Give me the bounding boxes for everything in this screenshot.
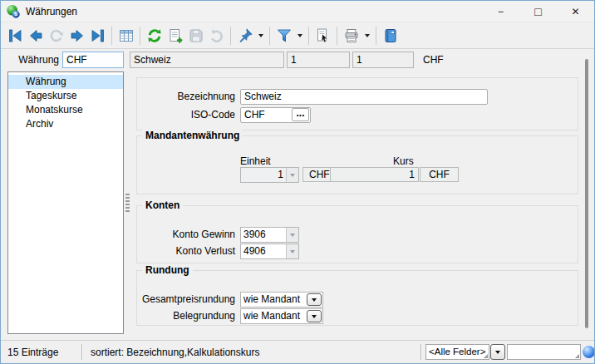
undo-icon (209, 27, 225, 44)
resize-grip-icon (575, 354, 579, 358)
nav-last-icon (90, 27, 106, 44)
main-body: Währung Tageskurse Monatskurse Archiv Be… (1, 71, 594, 342)
nav-history-icon (48, 27, 65, 44)
nav-history-button (46, 25, 66, 47)
konto-verlust-label: Konto Verlust (137, 243, 235, 258)
search-go-icon[interactable] (583, 346, 595, 358)
minimize-button[interactable]: − (482, 1, 519, 22)
kurs-value-field: 1 (330, 167, 419, 182)
field-filter-combo[interactable]: <Alle Felder> (425, 344, 489, 360)
gesamtpreisrundung-combo-button[interactable] (307, 293, 322, 306)
chevron-down-icon (312, 298, 317, 302)
chevron-down-icon (290, 234, 295, 237)
konto-gewinn-combo-button[interactable] (286, 228, 298, 242)
titlebar: s Währungen − □ ✕ (1, 1, 594, 22)
toolbar (1, 22, 594, 49)
sort-info: sortiert: Bezeichnung,Kalkulationskurs (91, 341, 259, 363)
groupbox-rundung: Rundung Gesamtpreisrundung wie Mandant B… (136, 270, 578, 326)
goto-record-button[interactable] (312, 25, 333, 47)
chevron-down-icon (258, 34, 263, 37)
filter-button[interactable] (273, 25, 294, 47)
konto-verlust-combo[interactable]: 4906 (240, 243, 299, 259)
print-button[interactable] (341, 25, 361, 47)
toolbar-separator (308, 27, 309, 45)
new-record-icon (167, 27, 184, 44)
statusbar-separator (81, 344, 82, 360)
statusbar-separator (420, 344, 421, 360)
waehrungen-window: s Währungen − □ ✕ (0, 0, 595, 364)
close-button[interactable]: ✕ (557, 1, 594, 22)
pin-button[interactable] (234, 25, 255, 47)
toolbar-separator (230, 27, 231, 45)
record-header: Währung Schweiz 1 1 CHF (1, 49, 594, 71)
vertical-scrollbar[interactable] (585, 59, 588, 328)
chevron-down-icon (365, 34, 370, 37)
toolbar-separator (337, 27, 337, 45)
chevron-down-icon (290, 174, 295, 177)
print-dropdown-button[interactable] (361, 25, 372, 47)
nav-first-button[interactable] (4, 25, 25, 47)
sidebar-item-waehrung[interactable]: Währung (8, 75, 123, 89)
nav-next-button[interactable] (66, 25, 87, 47)
nav-last-button[interactable] (87, 25, 108, 47)
belegrundung-combo-button[interactable] (307, 310, 322, 322)
quick-search-input[interactable] (507, 344, 581, 360)
refresh-button[interactable] (144, 25, 165, 47)
minimize-icon: − (498, 6, 504, 17)
mandantenwaehrung-title: Mandantenwährung (142, 130, 243, 141)
gesamtpreisrundung-label: Gesamtpreisrundung (137, 292, 235, 307)
waehrung-code-input[interactable] (62, 52, 124, 68)
kurs-display-field: 1 (352, 52, 414, 68)
close-icon: ✕ (571, 6, 579, 17)
konto-verlust-combo-button[interactable] (286, 244, 298, 258)
rundung-title: Rundung (142, 264, 193, 276)
bezeichnung-input[interactable]: Schweiz (240, 89, 488, 105)
kurs-unit-field: CHF (420, 167, 459, 182)
app-icon: s (6, 4, 21, 19)
sidebar-item-tageskurse[interactable]: Tageskurse (8, 89, 123, 103)
groupbox-mandantenwaehrung: Mandantenwährung Einheit 1 CHF = Kurs 1 … (136, 135, 578, 194)
nav-prev-button[interactable] (25, 25, 46, 47)
nav-next-icon (69, 27, 86, 44)
window-controls: − □ ✕ (482, 1, 594, 22)
window-title: Währungen (26, 6, 77, 17)
sidebar-list: Währung Tageskurse Monatskurse Archiv (7, 71, 124, 334)
maximize-button[interactable]: □ (519, 1, 557, 22)
nav-first-icon (7, 27, 23, 44)
einheit-combo-button (286, 168, 298, 182)
new-record-button[interactable] (165, 25, 185, 47)
konto-gewinn-label: Konto Gewinn (137, 227, 235, 242)
konto-gewinn-combo[interactable]: 3906 (240, 227, 299, 243)
print-icon (343, 27, 360, 44)
save-icon (188, 27, 204, 44)
table-view-button[interactable] (116, 25, 136, 47)
book-icon (382, 27, 399, 44)
toolbar-separator (376, 27, 376, 45)
filter-dropdown-button[interactable] (294, 25, 305, 47)
pin-dropdown-button[interactable] (255, 25, 266, 47)
iso-code-browse-button[interactable]: ... (292, 108, 309, 121)
sidebar-item-archiv[interactable]: Archiv (8, 117, 123, 131)
iso-display-label: CHF (423, 52, 444, 68)
filter-icon (276, 27, 293, 44)
svg-text:s: s (14, 11, 17, 17)
splitter-handle[interactable] (125, 194, 130, 214)
bezeichnung-label: Bezeichnung (137, 89, 235, 104)
chevron-down-icon (290, 250, 295, 253)
chevron-down-icon (312, 315, 317, 318)
sidebar-item-monatskurse[interactable]: Monatskurse (8, 103, 123, 117)
save-button (185, 25, 206, 47)
groupbox-allgemein: Bezeichnung Schweiz ISO-Code CHF ... (136, 77, 578, 130)
book-button[interactable] (380, 25, 401, 47)
table-icon (118, 27, 135, 44)
einheit-display-field: 1 (287, 52, 350, 68)
belegrundung-label: Belegrundung (137, 308, 235, 323)
waehrung-label: Währung (17, 52, 59, 68)
einheit-combo: 1 (240, 167, 299, 183)
bezeichnung-display-field: Schweiz (130, 52, 284, 68)
toolbar-separator (269, 27, 270, 45)
belegrundung-combo[interactable]: wie Mandant (240, 308, 323, 324)
field-filter-dropdown-button[interactable] (490, 344, 505, 360)
groupbox-konten: Konten Konto Gewinn 3906 Konto Verlust 4… (136, 205, 578, 263)
gesamtpreisrundung-combo[interactable]: wie Mandant (240, 292, 323, 307)
